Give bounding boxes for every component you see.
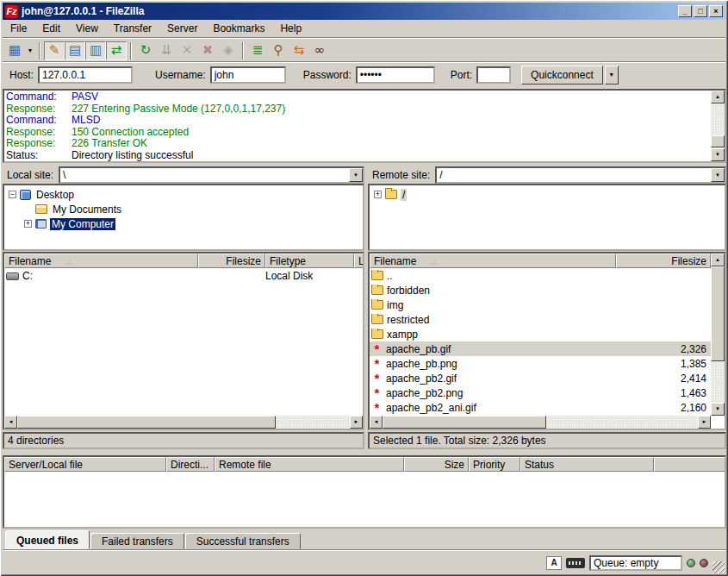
log-scrollbar-thumb[interactable] bbox=[711, 135, 725, 147]
column-header-l[interactable]: L bbox=[354, 254, 364, 268]
toggle-remote-tree-button[interactable]: ▥ bbox=[85, 41, 106, 60]
port-label: Port: bbox=[451, 69, 472, 81]
local-site-value: \ bbox=[60, 169, 349, 181]
menu-edit[interactable]: Edit bbox=[34, 21, 68, 36]
tree-item-my-computer[interactable]: +My Computer bbox=[4, 216, 363, 231]
scroll-right-icon[interactable]: ► bbox=[698, 416, 711, 429]
tree-item-my-documents[interactable]: My Documents bbox=[4, 202, 363, 216]
file-name: apache_pb2.gif bbox=[386, 373, 457, 385]
tab-successful-transfers[interactable]: Successful transfers bbox=[185, 533, 301, 549]
column-header-filename[interactable]: Filename△ bbox=[4, 254, 198, 268]
menu-help[interactable]: Help bbox=[272, 21, 309, 36]
file-row[interactable]: forbidden bbox=[370, 283, 711, 297]
toggle-message-log-button[interactable]: ✎ bbox=[44, 41, 65, 60]
process-queue-button[interactable]: ⇊ bbox=[156, 41, 177, 60]
username-label: Username: bbox=[155, 69, 206, 81]
refresh-button[interactable]: ↻ bbox=[135, 41, 156, 60]
column-header-filesize[interactable]: Filesize bbox=[198, 254, 265, 268]
chevron-down-icon[interactable]: ▼ bbox=[349, 168, 363, 182]
file-name: apache_pb.png bbox=[386, 358, 457, 370]
username-input[interactable] bbox=[210, 66, 286, 84]
column-header-label: Priority bbox=[473, 459, 505, 471]
tab-queued-files[interactable]: Queued files bbox=[5, 530, 90, 549]
remote-hscrollbar-thumb[interactable] bbox=[383, 416, 546, 429]
quickconnect-dropdown-icon[interactable]: ▼ bbox=[605, 66, 619, 85]
column-header-server-local-file[interactable]: Server/Local file bbox=[4, 457, 166, 472]
scroll-right-icon[interactable]: ► bbox=[350, 416, 363, 429]
close-button[interactable]: × bbox=[709, 5, 723, 17]
file-row[interactable]: *apache_pb2.gif2,414 bbox=[370, 371, 711, 385]
remote-vscrollbar[interactable]: ▲ ▼ bbox=[711, 254, 725, 416]
synchronized-browsing-icon: ⇆ bbox=[294, 44, 305, 57]
menu-bar: FileEditViewTransferServerBookmarksHelp bbox=[3, 20, 725, 38]
minimize-button[interactable]: _ bbox=[678, 5, 692, 17]
file-row[interactable]: restricted bbox=[370, 312, 711, 327]
toggle-local-tree-button[interactable]: ▤ bbox=[65, 41, 85, 60]
file-row[interactable]: xampp bbox=[370, 327, 711, 341]
remote-vscrollbar-thumb[interactable] bbox=[711, 266, 725, 361]
directory-comparison-button[interactable]: ⚲ bbox=[268, 41, 289, 60]
scroll-down-icon[interactable]: ▼ bbox=[711, 403, 725, 416]
column-header-filename[interactable]: Filename△ bbox=[370, 254, 616, 268]
file-row[interactable]: *apache_pb.png1,385 bbox=[370, 356, 711, 371]
site-manager-button[interactable]: ▦ bbox=[4, 41, 25, 60]
file-row[interactable]: img bbox=[370, 297, 711, 312]
scroll-up-icon[interactable]: ▲ bbox=[711, 91, 725, 103]
column-header-filesize[interactable]: Filesize bbox=[616, 254, 711, 268]
column-header-remote-file[interactable]: Remote file bbox=[215, 457, 404, 472]
column-header-status[interactable]: Status bbox=[520, 457, 654, 472]
local-site-combo[interactable]: \ ▼ bbox=[59, 166, 364, 184]
column-header-priority[interactable]: Priority bbox=[469, 457, 520, 472]
reconnect-button[interactable]: ◈ bbox=[218, 41, 239, 60]
column-header-blank[interactable] bbox=[654, 457, 726, 472]
local-hscrollbar[interactable]: ◄ ► bbox=[4, 416, 363, 429]
file-search-button[interactable]: ∞ bbox=[309, 41, 330, 60]
tree-item--[interactable]: +/ bbox=[370, 187, 725, 202]
remote-site-combo[interactable]: / ▼ bbox=[435, 166, 726, 184]
file-row[interactable]: *apache_pb2.png1,463 bbox=[370, 385, 711, 400]
file-name: img bbox=[387, 299, 403, 311]
file-row[interactable]: *apache_pb.gif2,326 bbox=[370, 341, 711, 356]
menu-file[interactable]: File bbox=[3, 21, 34, 36]
folder-icon bbox=[371, 285, 383, 295]
scroll-down-icon[interactable]: ▼ bbox=[711, 148, 725, 161]
remote-hscrollbar[interactable]: ◄ ► bbox=[370, 416, 711, 429]
resize-grip[interactable] bbox=[712, 561, 725, 573]
file-row[interactable]: .. bbox=[370, 268, 711, 283]
menu-bookmarks[interactable]: Bookmarks bbox=[205, 21, 272, 36]
port-input[interactable] bbox=[476, 66, 511, 84]
title-bar[interactable]: Fz john@127.0.0.1 - FileZilla _ □ × bbox=[3, 3, 725, 20]
remote-status-text: Selected 1 file. Total size: 2,326 bytes bbox=[368, 432, 726, 449]
host-input[interactable] bbox=[38, 66, 133, 84]
file-row[interactable]: C:Local Disk bbox=[4, 268, 363, 283]
expand-icon[interactable]: + bbox=[374, 191, 382, 198]
log-scrollbar[interactable]: ▲ ▼ bbox=[711, 91, 725, 161]
menu-transfer[interactable]: Transfer bbox=[106, 21, 159, 36]
maximize-button[interactable]: □ bbox=[694, 5, 707, 17]
toggle-queue-button[interactable]: ⇄ bbox=[106, 41, 127, 60]
column-header-directi-[interactable]: Directi... bbox=[166, 457, 215, 472]
file-row[interactable]: *apache_pb2_ani.gif2,160 bbox=[370, 400, 711, 415]
column-header-filetype[interactable]: Filetype bbox=[265, 254, 354, 268]
menu-server[interactable]: Server bbox=[159, 21, 205, 36]
scroll-left-icon[interactable]: ◄ bbox=[370, 416, 383, 429]
filter-button[interactable]: ≣ bbox=[247, 41, 268, 60]
quickconnect-button[interactable]: Quickconnect bbox=[521, 66, 603, 85]
tree-item-desktop[interactable]: −Desktop bbox=[4, 187, 363, 202]
toggle-message-log-icon: ✎ bbox=[49, 44, 60, 57]
synchronized-browsing-button[interactable]: ⇆ bbox=[289, 41, 309, 60]
site-manager-dropdown-icon[interactable]: ▼ bbox=[25, 41, 35, 60]
collapse-icon[interactable]: − bbox=[9, 191, 16, 198]
password-input[interactable] bbox=[356, 66, 435, 84]
scroll-left-icon[interactable]: ◄ bbox=[4, 416, 17, 429]
expand-icon[interactable]: + bbox=[24, 220, 32, 228]
sort-ascending-icon: △ bbox=[432, 258, 437, 266]
scroll-up-icon[interactable]: ▲ bbox=[711, 254, 725, 266]
tab-failed-transfers[interactable]: Failed transfers bbox=[90, 533, 184, 549]
local-hscrollbar-thumb[interactable] bbox=[17, 416, 276, 429]
disconnect-button[interactable]: ✖ bbox=[197, 41, 218, 60]
menu-view[interactable]: View bbox=[68, 21, 106, 36]
chevron-down-icon[interactable]: ▼ bbox=[711, 168, 725, 182]
cancel-button[interactable]: ✕ bbox=[177, 41, 197, 60]
column-header-size[interactable]: Size bbox=[404, 457, 469, 472]
